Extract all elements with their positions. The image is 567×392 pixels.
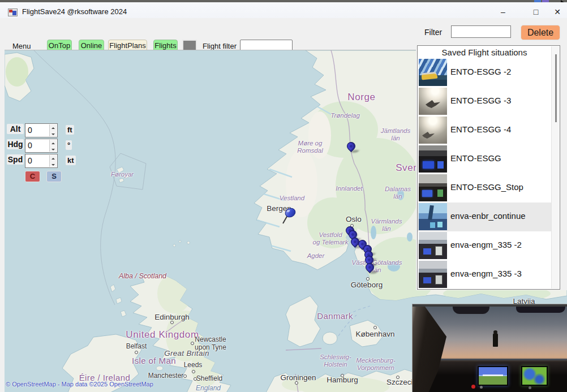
map-attribution-link[interactable]: © OpenStreetMap - Map data ©2025 OpenStr… bbox=[6, 381, 153, 387]
spin-down-icon[interactable] bbox=[50, 146, 57, 152]
app-window: FlightSave24 @rksoftware 2024 – □ ✕ Menu… bbox=[0, 0, 567, 392]
menu-button[interactable]: Menu bbox=[12, 42, 31, 50]
list-item[interactable]: ENTO-ESGG -4 bbox=[418, 116, 551, 145]
flight-thumbnail bbox=[419, 88, 447, 115]
flight-name: ENTO-ESGG_Stop bbox=[450, 182, 523, 192]
spinner-unit: ° bbox=[66, 140, 72, 150]
scrollbar-thumb[interactable] bbox=[555, 54, 557, 122]
filter-label: Filter bbox=[424, 28, 442, 37]
window-title: FlightSave24 @rksoftware 2024 bbox=[22, 7, 127, 16]
spinner-arrows[interactable] bbox=[49, 124, 57, 136]
list-item[interactable]: ENTO-ESGG -2 bbox=[418, 58, 551, 87]
spin-up-icon[interactable] bbox=[50, 155, 57, 161]
flight-thumbnail bbox=[419, 232, 447, 259]
flight-thumbnail bbox=[419, 261, 447, 288]
delete-button[interactable]: Delete bbox=[521, 25, 560, 40]
flight-thumbnail bbox=[419, 59, 447, 86]
spinner-label: Hdg bbox=[7, 139, 24, 149]
spinner-input[interactable]: 0 bbox=[25, 139, 58, 153]
spin-down-icon[interactable] bbox=[50, 161, 57, 167]
saved-flights-list: Saved Flight situations ENTO-ESGG -2 ENT… bbox=[417, 45, 560, 290]
saved-flights-panel: Filter Delete Saved Flight situations EN… bbox=[416, 18, 567, 290]
compass-mast bbox=[493, 333, 498, 347]
maximize-button[interactable]: □ bbox=[526, 7, 545, 17]
spinner-value: 0 bbox=[28, 141, 32, 150]
spinner-label: Spd bbox=[7, 154, 24, 165]
list-item[interactable]: ENTO-ESGG bbox=[418, 145, 551, 174]
flight-name: enva-enbr_continue bbox=[450, 211, 526, 221]
list-title: Saved Flight situations bbox=[418, 48, 551, 57]
list-item[interactable]: enva-engm_335 -2 bbox=[418, 231, 551, 260]
spinner-label: Alt bbox=[7, 124, 24, 134]
title-bar: FlightSave24 @rksoftware 2024 – □ ✕ bbox=[0, 2, 567, 18]
flight-thumbnail bbox=[419, 145, 447, 173]
panel-knobs bbox=[471, 385, 475, 389]
list-item[interactable]: enva-engm_335 -3 bbox=[418, 260, 551, 289]
spin-down-icon[interactable] bbox=[50, 131, 57, 137]
spinner-input[interactable]: 0 bbox=[25, 123, 58, 137]
spinner-input[interactable]: 0 bbox=[25, 154, 58, 168]
flight-thumbnail bbox=[419, 117, 447, 144]
list-item[interactable]: ENTO-ESGG -3 bbox=[418, 87, 551, 116]
spin-up-icon[interactable] bbox=[50, 140, 57, 146]
flight-name: ENTO-ESGG -3 bbox=[450, 96, 511, 105]
spinner-arrows[interactable] bbox=[49, 140, 57, 152]
close-button[interactable]: ✕ bbox=[548, 7, 567, 17]
list-scrollbar[interactable] bbox=[551, 46, 559, 288]
flight-thumbnail bbox=[419, 174, 447, 201]
cockpit-window-edge bbox=[413, 304, 567, 307]
spinner-value: 0 bbox=[28, 156, 32, 165]
c-button[interactable]: C bbox=[25, 171, 40, 182]
pushpin-icon[interactable] bbox=[280, 206, 297, 225]
mfd-display bbox=[521, 366, 547, 386]
spinner-unit: ft bbox=[66, 125, 74, 135]
list-item[interactable]: ENTO-ESGG_Stop bbox=[418, 174, 551, 203]
filter-input[interactable] bbox=[451, 25, 511, 38]
spinner-value: 0 bbox=[28, 126, 32, 135]
pfd-display bbox=[478, 366, 509, 386]
spinner-unit: kt bbox=[66, 156, 76, 165]
spinner-arrows[interactable] bbox=[49, 155, 57, 167]
flight-name: enva-engm_335 -3 bbox=[450, 269, 522, 278]
flight-filter-label: Flight filter bbox=[203, 42, 237, 50]
list-items: ENTO-ESGG -2 ENTO-ESGG -3 ENTO-ESGG -4 E… bbox=[418, 58, 551, 289]
list-item[interactable]: enva-enbr_continue bbox=[418, 203, 551, 231]
app-icon bbox=[8, 8, 18, 16]
flight-name: ENTO-ESGG -2 bbox=[450, 67, 511, 76]
flight-thumbnail bbox=[419, 203, 447, 230]
flight-name: ENTO-ESGG bbox=[450, 153, 501, 163]
spin-up-icon[interactable] bbox=[50, 124, 57, 131]
flight-name: ENTO-ESGG -4 bbox=[450, 124, 511, 134]
flight-name: enva-engm_335 -2 bbox=[450, 240, 522, 249]
s-button[interactable]: S bbox=[46, 171, 62, 182]
cockpit-view bbox=[412, 304, 567, 392]
minimize-button[interactable]: – bbox=[493, 7, 513, 17]
